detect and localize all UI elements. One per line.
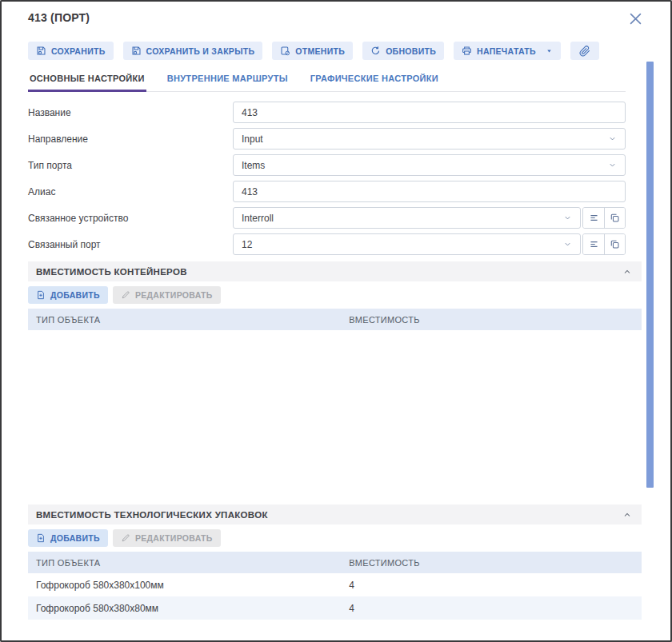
form-row-direction: Направление Input — [28, 128, 626, 150]
save-button-label: СОХРАНИТЬ — [51, 46, 106, 56]
packages-capacity-table: ТИП ОБЪЕКТА ВМЕСТИМОСТЬ Гофрокороб 580х3… — [28, 552, 642, 620]
cancel-button[interactable]: ОТМЕНИТЬ — [272, 42, 353, 60]
list-lines-icon — [589, 239, 599, 249]
open-list-button[interactable] — [583, 234, 604, 254]
attachments-button[interactable] — [570, 42, 599, 60]
save-and-close-button[interactable]: СОХРАНИТЬ И ЗАКРЫТЬ — [123, 42, 263, 60]
copy-button[interactable] — [604, 208, 625, 228]
linked-device-value: Interroll — [242, 213, 274, 224]
copy-button[interactable] — [604, 234, 625, 254]
refresh-button-label: ОБНОВИТЬ — [386, 46, 436, 56]
pencil-icon — [121, 533, 130, 543]
alias-label: Алиас — [28, 186, 233, 197]
open-list-button[interactable] — [583, 208, 604, 228]
print-button[interactable]: НАПЕЧАТАТЬ — [454, 42, 561, 60]
close-button[interactable] — [628, 11, 643, 26]
copy-icon — [610, 239, 620, 249]
linked-device-actions — [582, 207, 626, 229]
linked-device-lookup: Interroll — [233, 207, 626, 229]
table-row[interactable]: Гофрокороб 580х380х100мм 4 — [28, 573, 642, 596]
edit-button-label: РЕДАКТИРОВАТЬ — [135, 290, 213, 300]
linked-device-label: Связанное устройство — [28, 213, 233, 224]
linked-device-select[interactable]: Interroll — [233, 207, 581, 229]
form-row-port-type: Тип порта Items — [28, 154, 626, 176]
port-type-select[interactable]: Items — [233, 154, 626, 176]
cell-capacity: 4 — [341, 603, 642, 614]
document-plus-icon — [36, 290, 46, 300]
chevron-down-icon — [563, 240, 572, 249]
tab-main-settings[interactable]: ОСНОВНЫЕ НАСТРОЙКИ — [28, 70, 146, 92]
section-containers-toolbar: ДОБАВИТЬ РЕДАКТИРОВАТЬ — [28, 286, 626, 304]
section-containers-title: ВМЕСТИМОСТЬ КОНТЕЙНЕРОВ — [36, 267, 187, 277]
copy-icon — [610, 213, 620, 223]
pencil-icon — [121, 290, 130, 300]
add-button[interactable]: ДОБАВИТЬ — [28, 529, 108, 547]
port-dialog: 413 (ПОРТ) СОХРАНИТЬ — [0, 0, 672, 642]
section-packages-header[interactable]: ВМЕСТИМОСТЬ ТЕХНОЛОГИЧЕСКИХ УПАКОВОК — [28, 504, 642, 524]
direction-value: Input — [242, 134, 263, 145]
close-icon — [628, 11, 643, 26]
dialog-content: 413 (ПОРТ) СОХРАНИТЬ — [2, 2, 670, 620]
form-row-linked-device: Связанное устройство Interroll — [28, 207, 626, 229]
page-title: 413 (ПОРТ) — [28, 11, 90, 24]
name-input[interactable] — [233, 102, 626, 123]
print-button-label: НАПЕЧАТАТЬ — [477, 46, 536, 56]
section-packages-title: ВМЕСТИМОСТЬ ТЕХНОЛОГИЧЕСКИХ УПАКОВОК — [36, 510, 268, 520]
cell-capacity: 4 — [341, 580, 642, 591]
refresh-icon — [370, 46, 381, 56]
edit-button[interactable]: РЕДАКТИРОВАТЬ — [113, 529, 221, 547]
column-header-capacity: ВМЕСТИМОСТЬ — [341, 315, 642, 325]
linked-port-value: 12 — [242, 239, 252, 250]
section-containers-header[interactable]: ВМЕСТИМОСТЬ КОНТЕЙНЕРОВ — [28, 261, 642, 281]
table-header: ТИП ОБЪЕКТА ВМЕСТИМОСТЬ — [28, 309, 642, 330]
port-type-label: Тип порта — [28, 160, 233, 171]
linked-port-actions — [582, 233, 626, 255]
cancel-button-label: ОТМЕНИТЬ — [295, 46, 345, 56]
save-button[interactable]: СОХРАНИТЬ — [28, 42, 114, 60]
vertical-scrollbar-thumb[interactable] — [646, 62, 654, 488]
alias-input[interactable] — [233, 181, 626, 202]
linked-port-label: Связанный порт — [28, 239, 233, 250]
toolbar: СОХРАНИТЬ СОХРАНИТЬ И ЗАКРЫТЬ ОТМЕНИТЬ — [28, 42, 626, 60]
save-icon — [36, 46, 46, 56]
edit-button[interactable]: РЕДАКТИРОВАТЬ — [113, 286, 221, 304]
column-header-object-type: ТИП ОБЪЕКТА — [28, 315, 341, 325]
add-button-label: ДОБАВИТЬ — [50, 290, 100, 300]
edit-button-label: РЕДАКТИРОВАТЬ — [135, 533, 213, 543]
chevron-down-icon — [608, 161, 617, 169]
main-settings-form: Название Направление Input Тип порта Ite… — [28, 102, 626, 255]
chevron-up-icon — [622, 510, 632, 520]
paperclip-icon — [579, 46, 590, 57]
add-button-label: ДОБАВИТЬ — [50, 533, 100, 543]
form-row-linked-port: Связанный порт 12 — [28, 233, 626, 255]
chevron-down-icon — [608, 134, 617, 143]
table-row[interactable]: Гофрокороб 580х380х80мм 4 — [28, 596, 642, 620]
form-row-alias: Алиас — [28, 181, 626, 202]
linked-port-lookup: 12 — [233, 233, 626, 255]
tab-graphic-settings[interactable]: ГРАФИЧЕСКИЕ НАСТРОЙКИ — [309, 70, 440, 92]
save-icon — [131, 46, 142, 56]
direction-label: Направление — [28, 134, 233, 145]
save-and-close-button-label: СОХРАНИТЬ И ЗАКРЫТЬ — [146, 46, 255, 56]
table-body-empty — [28, 330, 642, 498]
chevron-up-icon — [622, 267, 632, 277]
containers-capacity-table: ТИП ОБЪЕКТА ВМЕСТИМОСТЬ — [28, 309, 642, 498]
document-plus-icon — [36, 533, 46, 543]
chevron-down-icon — [563, 213, 572, 222]
name-label: Название — [28, 107, 233, 118]
table-header: ТИП ОБЪЕКТА ВМЕСТИМОСТЬ — [28, 552, 642, 573]
refresh-button[interactable]: ОБНОВИТЬ — [362, 42, 444, 60]
add-button[interactable]: ДОБАВИТЬ — [28, 286, 108, 304]
cancel-icon — [280, 46, 290, 56]
column-header-capacity: ВМЕСТИМОСТЬ — [341, 558, 642, 568]
cell-object-type: Гофрокороб 580х380х80мм — [28, 603, 341, 614]
print-dropdown-caret-icon — [546, 47, 553, 54]
section-packages-toolbar: ДОБАВИТЬ РЕДАКТИРОВАТЬ — [28, 529, 626, 547]
cell-object-type: Гофрокороб 580х380х100мм — [28, 580, 341, 591]
tab-bar: ОСНОВНЫЕ НАСТРОЙКИ ВНУТРЕННИЕ МАРШРУТЫ Г… — [28, 70, 626, 92]
direction-select[interactable]: Input — [233, 128, 626, 150]
linked-port-select[interactable]: 12 — [233, 233, 581, 255]
column-header-object-type: ТИП ОБЪЕКТА — [28, 558, 341, 568]
print-icon — [462, 46, 472, 56]
tab-internal-routes[interactable]: ВНУТРЕННИЕ МАРШРУТЫ — [166, 70, 290, 92]
